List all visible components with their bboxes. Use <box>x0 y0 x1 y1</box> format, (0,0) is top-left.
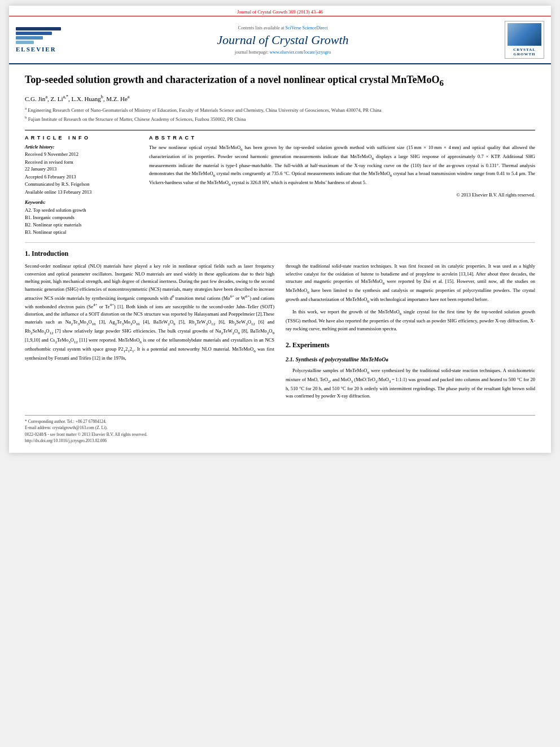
intro-col-left: Second-order nonlinear optical (NLO) mat… <box>25 263 274 404</box>
journal-citation: Journal of Crystal Growth 369 (2013) 43–… <box>9 6 551 16</box>
keyword-3: B2. Nonlinear optic materials <box>25 221 138 229</box>
exp-subsection-title: 2.1. Synthesis of polycrystalline MnTeMo… <box>286 355 535 364</box>
intro-para-right-1: through the traditional solid-state reac… <box>286 263 535 305</box>
revised-date: Received in revised form22 January 2013 <box>25 159 138 173</box>
journal-citation-text: Journal of Crystal Growth 369 (2013) 43–… <box>237 9 323 15</box>
exp-sub-number: 2.1. <box>286 356 294 362</box>
crystal-label: CRYSTALGROWTH <box>507 47 542 56</box>
exp-paragraph: Polycrystalline samples of MnTeMoO6 were… <box>286 367 535 400</box>
article-info-heading: A R T I C L E I N F O <box>25 135 138 141</box>
section-divider <box>25 242 535 243</box>
exp-title: Experiments <box>292 341 329 349</box>
accepted-date: Accepted 6 February 2013 <box>25 174 138 181</box>
intro-col-right: through the traditional solid-state reac… <box>286 263 535 404</box>
article-info-column: A R T I C L E I N F O Article history: R… <box>25 135 138 235</box>
intro-title: Introduction <box>32 250 68 257</box>
intro-number: 1. <box>25 250 30 257</box>
footnote-doi: http://dx.doi.org/10.1016/j.jcrysgro.201… <box>25 438 535 444</box>
info-abstract-section: A R T I C L E I N F O Article history: R… <box>25 130 535 235</box>
page: Journal of Crystal Growth 369 (2013) 43–… <box>9 6 551 453</box>
journal-title: Journal of Crystal Growth <box>70 33 496 47</box>
abstract-column: A B S T R A C T The new nonlinear optica… <box>149 135 535 235</box>
received-date: Received 9 November 2012 <box>25 151 138 158</box>
homepage-link[interactable]: www.elsevier.com/locate/jcrysgro <box>269 50 331 55</box>
article-body: Top-seeded solution growth and character… <box>9 64 551 453</box>
exp-number: 2. <box>286 341 291 349</box>
footnote-issn: 0022-0248/$ - see front matter © 2013 El… <box>25 431 535 438</box>
sciverse-line: Contents lists available at SciVerse Sci… <box>70 25 496 30</box>
intro-para-1: Second-order nonlinear optical (NLO) mat… <box>25 263 274 362</box>
keywords-label: Keywords: <box>25 199 138 205</box>
available-online: Available online 13 February 2013 <box>25 189 138 196</box>
homepage-label: journal homepage: <box>235 50 269 55</box>
affiliations: a Engineering Research Center of Nano-Ge… <box>25 106 535 123</box>
journal-info: Contents lists available at SciVerse Sci… <box>70 25 496 55</box>
affiliation-b: b Fujian Institute of Research on the St… <box>25 115 535 123</box>
crystal-image <box>508 23 541 46</box>
crystal-growth-logo: CRYSTALGROWTH <box>505 21 544 59</box>
article-title: Top-seeded solution growth and character… <box>25 73 535 89</box>
journal-header: ELSEVIER Contents lists available at Sci… <box>9 16 551 64</box>
sciverse-prefix: Contents lists available at <box>238 25 285 30</box>
article-authors: C.G. Jina, Z. Lia,*, L.X. Huangb, M.Z. H… <box>25 94 535 102</box>
elsevier-logo: ELSEVIER <box>16 27 61 53</box>
intro-para-right-2: In this work, we report the growth of th… <box>286 308 535 333</box>
abstract-heading: A B S T R A C T <box>149 135 535 141</box>
affiliation-a: a Engineering Research Center of Nano-Ge… <box>25 106 535 114</box>
keyword-4: B3. Nonlinear optical <box>25 229 138 236</box>
intro-body: Second-order nonlinear optical (NLO) mat… <box>25 263 535 404</box>
experiments-section-title: 2. Experiments <box>286 340 535 351</box>
intro-section-title: 1. Introduction <box>25 250 535 258</box>
abstract-text: The new nonlinear optical crystal MnTeMo… <box>149 144 535 199</box>
keyword-1: A2. Top seeded solution growth <box>25 207 138 214</box>
keywords-list: A2. Top seeded solution growth B1. Inorg… <box>25 207 138 235</box>
sciverse-link[interactable]: SciVerse ScienceDirect <box>286 25 328 30</box>
copyright-line: © 2013 Elsevier B.V. All rights reserved… <box>149 191 535 199</box>
abstract-paragraph: The new nonlinear optical crystal MnTeMo… <box>149 144 535 188</box>
footnote-email: E-mail address: crystalgrowth@163.com (Z… <box>25 425 535 431</box>
footnotes: * Corresponding author. Tel.: +86 27 678… <box>25 415 535 444</box>
history-label: Article history: <box>25 144 138 150</box>
journal-homepage: journal homepage: www.elsevier.com/locat… <box>70 50 496 55</box>
elsevier-text: ELSEVIER <box>16 46 61 53</box>
communicated-by: Communicated by R.S. Feigelson <box>25 181 138 188</box>
footnote-corresponding: * Corresponding author. Tel.: +86 27 678… <box>25 418 535 425</box>
exp-sub-title: Synthesis of polycrystalline MnTeMoO₆ <box>296 356 388 362</box>
keyword-2: B1. Inorganic compounds <box>25 214 138 221</box>
